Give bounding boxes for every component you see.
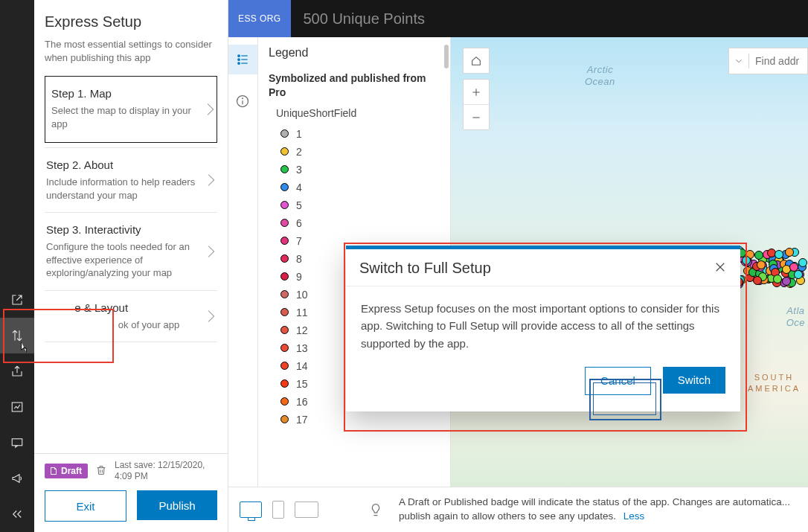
search-input[interactable]	[754, 54, 801, 68]
legend-item: 2	[280, 143, 440, 161]
rail-announce-button[interactable]	[0, 461, 34, 496]
legend-item-label: 7	[296, 235, 302, 247]
draft-badge: Draft	[45, 464, 88, 478]
device-tablet[interactable]	[295, 501, 318, 518]
step-map[interactable]: Step 1. Map Select the map to display in…	[45, 76, 217, 143]
legend-item-label: 16	[296, 396, 308, 408]
scrollbar-thumb[interactable]	[444, 45, 449, 68]
map-point-icon	[773, 275, 782, 283]
modal-cancel-button[interactable]: Cancel	[585, 367, 651, 395]
switch-setup-modal: Switch to Full Setup Express Setup focus…	[346, 246, 740, 411]
legend-item-label: 12	[296, 324, 308, 336]
zoom-in-button[interactable]	[464, 80, 489, 104]
device-switcher	[240, 501, 318, 519]
modal-close-button[interactable]	[714, 260, 727, 276]
legend-layer-title: Symbolized and published from Pro	[269, 71, 440, 100]
legend-item: 3	[280, 161, 440, 179]
step-subtitle: Configure the tools needed for an effect…	[46, 240, 201, 280]
svg-point-4	[238, 59, 240, 61]
modal-body: Express Setup focuses on the most import…	[346, 286, 740, 352]
cursor-icon	[16, 339, 31, 358]
chevron-right-icon	[203, 174, 215, 186]
map-search[interactable]	[728, 48, 808, 74]
legend-item: 1	[280, 125, 440, 143]
rail-analytics-button[interactable]	[0, 389, 34, 425]
svg-point-2	[238, 55, 240, 57]
legend-item-label: 9	[296, 271, 302, 283]
legend-swatch-icon	[280, 344, 289, 352]
rail-share-button[interactable]	[0, 353, 34, 389]
map-point-icon	[754, 251, 763, 260]
legend-swatch-icon	[280, 219, 289, 227]
tips-button[interactable]	[365, 499, 387, 521]
device-phone[interactable]	[272, 501, 284, 519]
zoom-out-button[interactable]	[464, 104, 489, 129]
legend-item: 4	[280, 179, 440, 196]
tip-text: A Draft or Published badge will indicate…	[399, 496, 796, 524]
legend-swatch-icon	[280, 183, 289, 191]
panel-title: Express Setup	[45, 13, 217, 31]
left-tool-rail	[0, 0, 34, 532]
legend-swatch-icon	[280, 326, 289, 334]
rail-feedback-button[interactable]	[0, 425, 34, 461]
modal-switch-button[interactable]: Switch	[663, 367, 725, 394]
legend-heading: Legend	[269, 46, 440, 60]
delete-button[interactable]	[95, 464, 107, 478]
legend-item-label: 4	[296, 182, 302, 193]
step-title: Theme & Layout	[46, 301, 201, 314]
legend-item-label: 6	[296, 217, 302, 229]
legend-item: 6	[280, 214, 440, 232]
step-subtitle: Select the map to display in your app	[51, 104, 200, 130]
workspace-toolbar	[228, 37, 258, 487]
legend-swatch-icon	[280, 147, 289, 156]
device-desktop[interactable]	[240, 501, 262, 518]
chevron-down-icon	[734, 56, 744, 66]
legend-item-label: 14	[296, 360, 308, 372]
step-title: Step 3. Interactivity	[46, 223, 201, 236]
legend-toggle-button[interactable]	[228, 45, 257, 74]
step-title: Step 2. About	[46, 158, 201, 171]
step-theme-layout[interactable]: Theme & Layout Customize the look of you…	[45, 290, 217, 343]
map-point-icon	[757, 260, 766, 269]
legend-item-label: 1	[296, 128, 302, 140]
home-button[interactable]	[464, 48, 489, 73]
continent-label-sa: SOUTHAMERICA	[748, 372, 801, 395]
svg-point-6	[238, 63, 240, 65]
page-title: 500 Unique Points	[303, 10, 424, 28]
legend-swatch-icon	[280, 379, 289, 388]
legend-item-label: 15	[296, 378, 308, 390]
panel-subtitle: The most essential settings to consider …	[45, 38, 217, 64]
legend-swatch-icon	[280, 272, 289, 281]
tip-less-link[interactable]: Less	[623, 510, 645, 522]
legend-item-label: 17	[296, 414, 308, 426]
ocean-label-arctic: ArcticOcean	[585, 64, 615, 87]
step-subtitle: Customize the look of your app	[46, 318, 201, 332]
step-title: Step 1. Map	[51, 87, 200, 100]
step-interactivity[interactable]: Step 3. Interactivity Configure the tool…	[45, 212, 217, 290]
last-save-text: Last save: 12/15/2020, 4:09 PM	[115, 460, 217, 483]
legend-item-label: 3	[296, 164, 302, 176]
legend-swatch-icon	[280, 415, 289, 423]
modal-title: Switch to Full Setup	[359, 260, 714, 277]
chevron-right-icon	[203, 246, 215, 257]
svg-rect-1	[12, 439, 22, 446]
map-point-icon	[775, 250, 783, 259]
panel-footer: Draft Last save: 12/15/2020, 4:09 PM Exi…	[34, 453, 228, 532]
legend-swatch-icon	[280, 308, 289, 316]
info-button[interactable]	[228, 86, 257, 116]
chevron-right-icon	[202, 103, 214, 115]
legend-swatch-icon	[280, 254, 289, 263]
chevron-right-icon	[203, 310, 215, 322]
legend-item: 17	[280, 411, 440, 429]
map-point-icon	[785, 248, 794, 257]
legend-item: 5	[280, 196, 440, 214]
legend-item-label: 11	[296, 307, 308, 318]
legend-item-label: 8	[296, 253, 302, 265]
step-about[interactable]: Step 2. About Include information to hel…	[45, 147, 217, 212]
rail-collapse-button[interactable]	[0, 496, 34, 532]
publish-button[interactable]: Publish	[137, 490, 217, 520]
legend-item-label: 2	[296, 146, 302, 158]
rail-open-app-button[interactable]	[0, 282, 34, 318]
legend-swatch-icon	[280, 129, 289, 138]
exit-button[interactable]: Exit	[45, 490, 126, 522]
